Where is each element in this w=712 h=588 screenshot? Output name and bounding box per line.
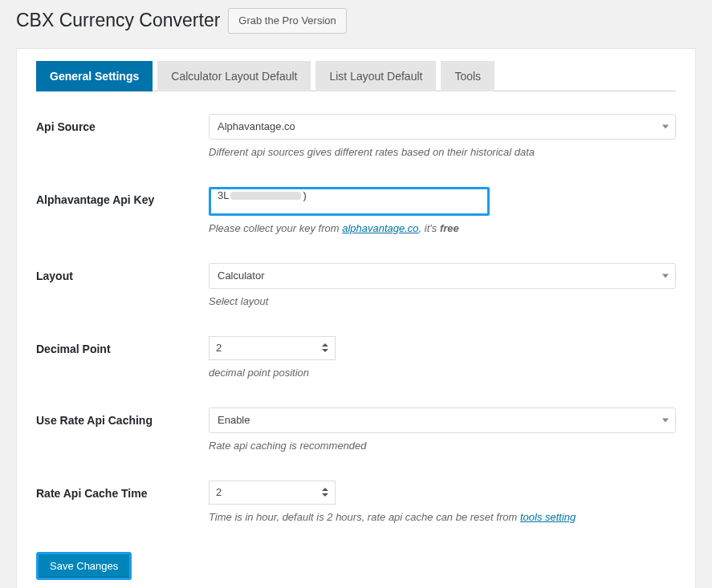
layout-help: Select layout [209,295,676,307]
spinner-up-icon[interactable] [322,488,328,491]
api-key-input[interactable]: 3L) [209,187,490,216]
number-spinner[interactable] [322,343,328,352]
tab-calculator-layout[interactable]: Calculator Layout Default [157,61,311,91]
api-source-label: Api Source [36,114,209,133]
alphavantage-link[interactable]: alphavantage.co [342,222,418,234]
chevron-down-icon [662,418,669,422]
layout-select[interactable]: Calculator [209,263,676,289]
decimal-input[interactable]: 2 [209,336,336,360]
api-key-label: Alphavantage Api Key [36,187,209,206]
settings-panel: General Settings Calculator Layout Defau… [16,48,696,589]
caching-label: Use Rate Api Caching [36,408,209,427]
spinner-down-icon[interactable] [322,349,328,352]
chevron-down-icon [662,124,669,128]
api-key-help-pre: Please collect your key from [209,222,342,234]
api-key-help-mid: , it's [419,222,440,234]
save-changes-button[interactable]: Save Changes [36,552,132,580]
api-key-suffix: ) [303,189,306,201]
cache-time-input[interactable]: 2 [209,481,336,505]
cache-time-value: 2 [216,486,222,498]
tab-list-layout[interactable]: List Layout Default [315,61,436,91]
chevron-down-icon [662,274,669,278]
layout-value: Calculator [218,270,265,282]
caching-select[interactable]: Enable [209,408,676,433]
decimal-value: 2 [216,342,222,354]
cache-time-help-pre: Time is in hour, default is 2 hours, rat… [209,511,520,523]
layout-label: Layout [36,263,209,282]
grab-pro-button[interactable]: Grab the Pro Version [228,8,346,34]
caching-help: Rate api caching is recommended [209,440,676,452]
api-key-prefix: 3L [218,189,229,201]
page-title: CBX Currency Converter [16,9,220,33]
spinner-down-icon[interactable] [322,493,328,497]
decimal-label: Decimal Point [36,336,209,355]
tab-general-settings[interactable]: General Settings [36,61,153,91]
tools-setting-link[interactable]: tools setting [520,511,576,523]
tab-tools[interactable]: Tools [441,61,494,91]
decimal-help: decimal point position [209,367,676,379]
api-key-help-strong: free [440,222,459,234]
api-key-help: Please collect your key from alphavantag… [209,222,676,234]
api-key-masked [230,192,301,200]
cache-time-label: Rate Api Cache Time [36,481,209,500]
api-source-value: Alphavantage.co [218,120,295,132]
api-source-select[interactable]: Alphavantage.co [209,114,676,140]
number-spinner[interactable] [322,488,328,497]
cache-time-help: Time is in hour, default is 2 hours, rat… [209,511,676,523]
api-source-help: Different api sources gives different ra… [209,146,676,158]
tab-bar: General Settings Calculator Layout Defau… [36,60,676,91]
caching-value: Enable [218,414,250,426]
spinner-up-icon[interactable] [322,343,328,347]
